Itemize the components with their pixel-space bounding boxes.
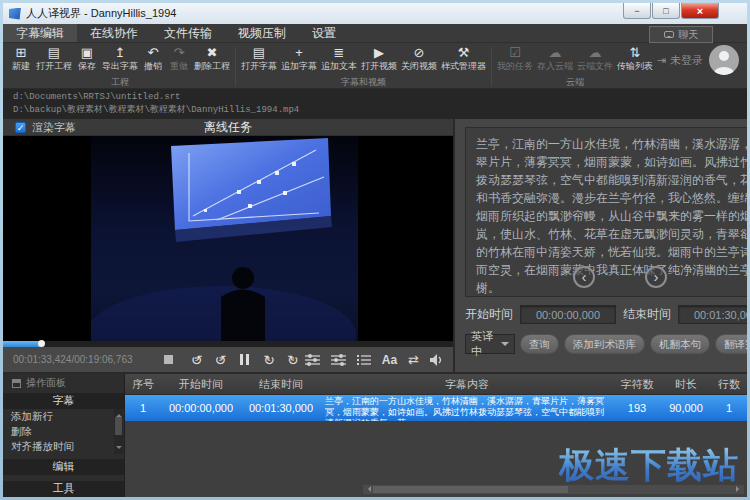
col-duration[interactable]: 时长 — [661, 374, 711, 394]
add-new-line-item[interactable]: 添加新行 — [3, 409, 113, 424]
save-to-cloud-button: ☁存入云端 — [535, 45, 575, 76]
window-title: 人人译视界 - DannyHillis_1994 — [26, 6, 176, 21]
undo-button[interactable]: ↶撤销 — [140, 45, 166, 76]
save-button[interactable]: ▣保存 — [74, 45, 100, 76]
subtitle-actions-list: 添加新行 删除 对齐播放时间 — [3, 409, 124, 454]
close-video-button[interactable]: ⊘关闭视频 — [399, 45, 439, 76]
toolbar-group-label-cloud: 云端 — [495, 76, 655, 88]
subtitle-track-settings-icon[interactable] — [305, 354, 320, 366]
video-display[interactable] — [3, 136, 453, 341]
volume-icon[interactable] — [430, 354, 443, 366]
cell-line-count: 1 — [711, 395, 747, 421]
add-to-termbase-button[interactable]: 添加到术语库 — [564, 334, 645, 354]
col-end-time[interactable]: 结束时间 — [241, 374, 321, 394]
table-row-selected[interactable]: 1 00:00:00,000 00:01:30,000 兰亭，江南的一方山水佳境… — [125, 395, 747, 421]
next-subtitle-button[interactable]: › — [645, 266, 667, 288]
cell-duration: 90,000 — [661, 395, 711, 421]
lookup-button[interactable]: 查询 — [520, 334, 559, 354]
user-avatar[interactable] — [709, 45, 739, 75]
toolbar-group-subtitle-video: ▤打开字幕 +追加字幕 ≣追加文本 ▶打开视频 ⊘关闭视频 ⚒样式管理器 字幕和… — [239, 45, 488, 88]
delete-icon: ✖ — [207, 45, 218, 60]
window-controls: − □ × — [622, 3, 719, 19]
chat-button[interactable]: 聊天 — [649, 26, 713, 43]
open-project-button[interactable]: ▤打开工程 — [34, 45, 74, 76]
col-start-time[interactable]: 开始时间 — [161, 374, 241, 394]
cell-char-count: 193 — [613, 395, 661, 421]
start-time-input[interactable]: 00:00:00,000 — [520, 305, 616, 324]
seek-progress-fill — [3, 341, 41, 347]
section-edit[interactable]: 编辑 — [3, 459, 124, 475]
append-subtitle-button[interactable]: +追加字幕 — [279, 45, 319, 76]
transfer-list-button[interactable]: ⇅传输列表 — [615, 45, 655, 76]
toolbar-group-label-subtitle-video: 字幕和视频 — [239, 76, 488, 88]
offline-tasks-tab[interactable]: 离线任务 — [3, 119, 453, 136]
col-content[interactable]: 字幕内容 — [321, 374, 613, 394]
seek-bar[interactable] — [3, 341, 453, 347]
player-right-tools: Aa ⇄ — [305, 352, 443, 367]
chat-bubble-icon — [664, 31, 674, 38]
avatar-head-icon — [719, 51, 729, 61]
maximize-button[interactable]: □ — [652, 3, 680, 19]
machine-translate-button[interactable]: 机翻本句 — [650, 334, 710, 354]
minimize-button[interactable]: − — [623, 3, 651, 19]
table-header: 序号 开始时间 结束时间 字幕内容 字符数 时长 行数 — [125, 374, 747, 395]
section-tools[interactable]: 工具 — [3, 481, 124, 497]
export-subtitle-button[interactable]: ↥导出字幕 — [100, 45, 140, 76]
time-display: 00:01:33,424/00:19:06,763 — [13, 354, 158, 365]
align-playtime-item[interactable]: 对齐播放时间 — [3, 439, 113, 454]
hscroll-thumb[interactable] — [373, 486, 568, 493]
menu-item-file-transfer[interactable]: 文件传输 — [151, 24, 225, 42]
save-disk-icon: ▣ — [81, 45, 93, 60]
skip-forward-1s-button[interactable]: ↻1 — [263, 353, 275, 367]
close-button[interactable]: × — [681, 3, 719, 19]
scroll-down-icon[interactable] — [116, 446, 122, 452]
section-subtitle[interactable]: 字幕 — [3, 393, 124, 409]
skip-back-1s-button[interactable]: ↺1 — [215, 353, 227, 367]
open-folder-icon: ▤ — [253, 45, 265, 60]
menu-item-video-encode[interactable]: 视频压制 — [225, 24, 299, 42]
clipboard-icon: ☑ — [509, 45, 521, 60]
subtitle-list-icon[interactable] — [357, 354, 371, 366]
ops-scrollbar[interactable] — [114, 409, 123, 454]
skip-back-5s-button[interactable]: ↺5 — [191, 353, 203, 367]
col-line-count[interactable]: 行数 — [711, 374, 747, 394]
open-subtitle-button[interactable]: ▤打开字幕 — [239, 45, 279, 76]
style-manager-button[interactable]: ⚒样式管理器 — [439, 45, 488, 76]
subtitle-file-path: d:\Documents\RRTSJ\untitled.srt — [13, 91, 737, 104]
skip-forward-3s-button[interactable]: ↻3 — [287, 353, 299, 367]
seek-handle[interactable] — [38, 340, 45, 347]
login-area[interactable]: ⇥ 未登录 — [657, 53, 703, 68]
menu-item-online-collab[interactable]: 在线协作 — [77, 24, 151, 42]
prev-subtitle-button[interactable]: ‹ — [573, 266, 595, 288]
language-direction-select[interactable]: 英译中 — [465, 334, 515, 354]
swap-tracks-icon[interactable]: ⇄ — [408, 352, 419, 367]
translation-done-button[interactable]: 翻译完成 — [715, 334, 747, 354]
subtitle-text-editor[interactable]: 兰亭，江南的一方山水佳境，竹林清幽，溪水潺潺，青翠片片，薄雾冥冥，烟雨蒙蒙，如诗… — [465, 127, 747, 297]
app-content: 人人译视界 - DannyHillis_1994 − □ × 字幕编辑 在线协作… — [3, 3, 747, 497]
col-char-count[interactable]: 字符数 — [613, 374, 661, 394]
toolbar: ⊞新建 ▤打开工程 ▣保存 ↥导出字幕 ↶撤销 ↷重做 ✖删除工程 工程 ▤打开… — [3, 43, 747, 89]
font-settings-icon[interactable]: Aa — [382, 353, 397, 367]
menu-item-subtitle-edit[interactable]: 字幕编辑 — [3, 24, 77, 42]
menu-item-settings[interactable]: 设置 — [299, 24, 349, 42]
time-fields: 开始时间 00:00:00,000 结束时间 00:01:30,000 — [465, 305, 747, 324]
scroll-thumb[interactable] — [115, 417, 122, 435]
delete-line-item[interactable]: 删除 — [3, 424, 113, 439]
tools-icon: ⚒ — [458, 45, 470, 60]
translate-actions: 英译中 查询 添加到术语库 机翻本句 翻译完成 — [465, 334, 747, 354]
append-text-button[interactable]: ≣追加文本 — [319, 45, 359, 76]
col-index[interactable]: 序号 — [125, 374, 161, 394]
new-project-button[interactable]: ⊞新建 — [8, 45, 34, 76]
end-time-input[interactable]: 00:01:30,000 — [678, 305, 747, 324]
open-video-button[interactable]: ▶打开视频 — [359, 45, 399, 76]
scroll-left-icon[interactable] — [365, 486, 371, 492]
app-logo-icon — [9, 8, 21, 20]
stop-button[interactable] — [164, 355, 173, 364]
cloud-download-icon: ☁ — [589, 45, 602, 60]
subtitle-sync-settings-icon[interactable] — [331, 354, 346, 366]
file-path-bar: d:\Documents\RRTSJ\untitled.srt D:\backu… — [3, 89, 747, 119]
login-icon: ⇥ — [657, 54, 666, 67]
delete-project-button[interactable]: ✖删除工程 — [192, 45, 232, 76]
start-time-label: 开始时间 — [465, 306, 513, 323]
pause-button[interactable] — [240, 354, 249, 365]
